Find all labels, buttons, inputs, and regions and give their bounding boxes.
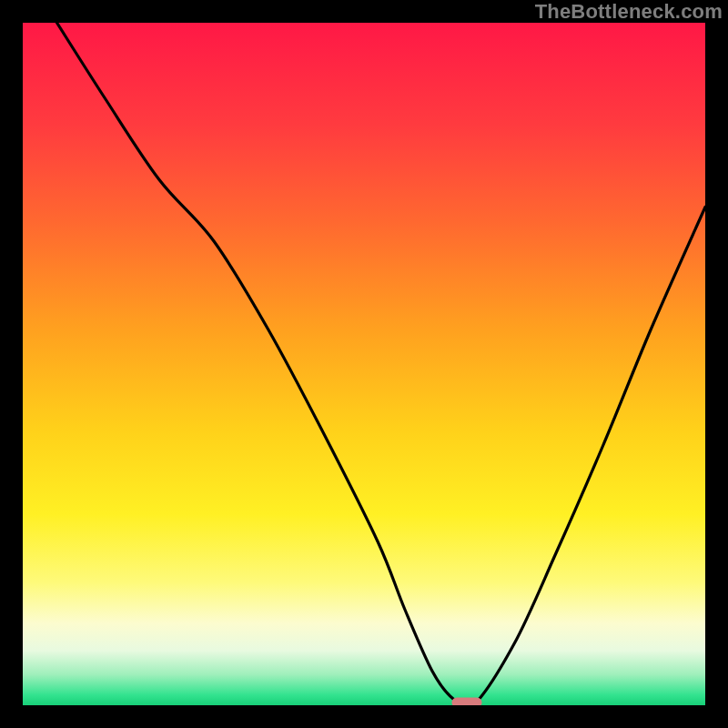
chart-svg [23, 23, 705, 705]
min-marker [451, 697, 481, 705]
figure: TheBottleneck.com [0, 0, 728, 728]
background-gradient [23, 23, 705, 705]
watermark-text: TheBottleneck.com [535, 0, 723, 24]
plot-area [23, 23, 705, 705]
bottleneck-curve [57, 23, 706, 705]
